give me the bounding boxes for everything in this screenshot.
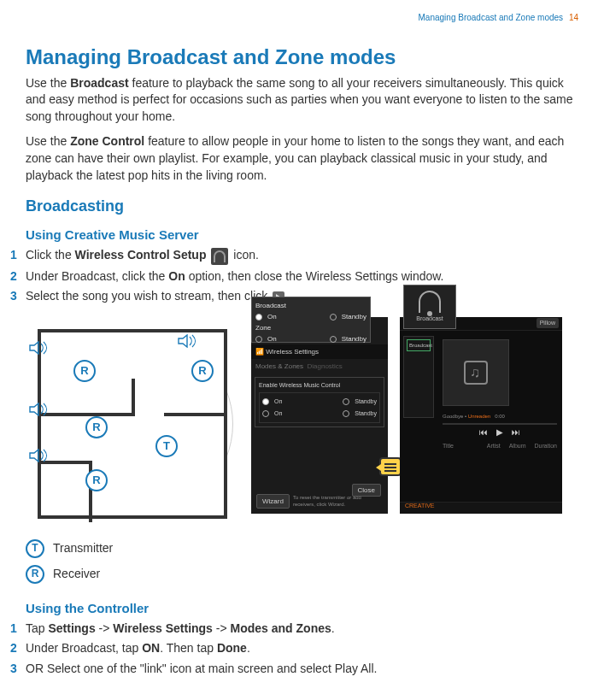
next-icon[interactable]: ⏭ <box>512 426 520 438</box>
speaker-icon <box>178 334 196 348</box>
page-header: Managing Broadcast and Zone modes 14 <box>419 12 578 24</box>
track-bar: Goodbye • Unreaden 0:00 <box>443 413 557 421</box>
ws-body: Enable Wireless Music Control On Standby… <box>255 377 384 426</box>
close-button[interactable]: Close <box>352 484 381 497</box>
ws-enable-label: Enable Wireless Music Control <box>259 381 380 390</box>
speaker-icon <box>29 341 48 355</box>
step-number: 1 <box>10 247 26 264</box>
broadcast-icon <box>419 291 441 313</box>
music-note-icon <box>464 361 488 385</box>
receiver-node: R <box>85 469 108 491</box>
callout-bubble-icon <box>379 457 402 476</box>
ctrl-step-1: Tap Settings -> Wireless Settings -> Mod… <box>26 621 578 638</box>
sidebar-broadcast: Broadcast <box>407 339 431 351</box>
figure-music-player: Broadcast ♪ Music Server Pillow Broadcas… <box>400 317 562 514</box>
wireless-setup-icon <box>211 248 228 265</box>
ctrl-step-2: Under Broadcast, tap ON. Then tap Done. <box>26 640 578 657</box>
subsection-cms: Using Creative Music Server <box>26 226 578 244</box>
radio-off-icon <box>343 398 349 405</box>
header-text: Managing Broadcast and Zone modes <box>419 13 564 22</box>
floor-outline <box>38 329 227 519</box>
player-columns: Title Artist Album Duration <box>443 442 557 450</box>
legend-transmitter: Transmitter <box>53 540 113 557</box>
radio-off-icon <box>255 336 262 343</box>
player-sidebar: Broadcast <box>403 336 434 418</box>
ws-titlebar: 📶 Wireless Settings <box>251 344 388 359</box>
figure-legend: T Transmitter R Receiver <box>26 539 239 584</box>
receiver-node: R <box>73 360 96 382</box>
settings-zoom: Broadcast On Standby Zone On Standby <box>251 297 371 343</box>
ws-antenna-icon: 📶 <box>255 348 266 356</box>
step-2-text: Under Broadcast, click the On option, th… <box>26 268 578 285</box>
wizard-button[interactable]: Wizard <box>256 494 290 509</box>
speaker-icon <box>29 449 48 462</box>
legend-receiver: Receiver <box>53 566 100 583</box>
step-number: 1 <box>10 621 26 638</box>
subsection-controller: Using the Controller <box>26 599 578 617</box>
page-title: Managing Broadcast and Zone modes <box>26 43 578 72</box>
step-number: 2 <box>10 640 26 657</box>
step-number: 3 <box>10 288 26 305</box>
receiver-node: R <box>85 416 108 438</box>
step-number: 2 <box>10 268 26 285</box>
radio-off-icon <box>343 410 349 417</box>
broadcast-badge: Broadcast <box>403 285 456 329</box>
play-icon[interactable]: ▶ <box>496 426 503 438</box>
figure-floorplan: R R R R T <box>26 317 239 531</box>
transmitter-node: T <box>155 435 178 457</box>
radio-on-icon <box>262 398 269 405</box>
section-broadcasting: Broadcasting <box>26 196 578 217</box>
ws-tabs: Modes & Zones Diagnostics <box>251 359 388 374</box>
player-controls: ⏮ ▶ ⏭ <box>443 426 557 438</box>
radio-off-icon <box>330 314 337 321</box>
legend-r-badge: R <box>26 565 44 584</box>
prev-icon[interactable]: ⏮ <box>479 426 488 438</box>
step-1-text: Click the Wireless Control Setup icon. <box>26 247 578 264</box>
legend-t-badge: T <box>26 539 44 558</box>
intro-paragraph-2: Use the Zone Control feature to allow pe… <box>26 133 578 184</box>
zoom-zone-label: Zone <box>255 323 367 332</box>
figure-wireless-settings: Broadcast On Standby Zone On Standby 📶 W… <box>251 317 388 514</box>
step-number: 3 <box>10 661 26 678</box>
intro-paragraph-1: Use the Broadcast feature to playback th… <box>26 75 578 126</box>
player-pill: Pillow <box>537 318 559 328</box>
radio-off-icon <box>262 410 269 417</box>
zoom-broadcast-label: Broadcast <box>255 301 367 310</box>
album-art <box>443 339 509 406</box>
ctrl-step-3: OR Select one of the "link" icon at main… <box>26 661 578 678</box>
steps-controller: 1 Tap Settings -> Wireless Settings -> M… <box>26 621 578 678</box>
page-number: 14 <box>569 13 578 22</box>
receiver-node: R <box>191 360 214 382</box>
radio-off-icon <box>330 336 337 343</box>
radio-on-icon <box>255 314 262 321</box>
speaker-icon <box>29 403 48 416</box>
figure-floorplan-wrap: R R R R T T Transmitter R Receiver <box>26 317 239 591</box>
brand-label: CREATIVE <box>405 502 435 510</box>
figures-row: R R R R T T Transmitter R Receiver Broad <box>26 317 578 591</box>
